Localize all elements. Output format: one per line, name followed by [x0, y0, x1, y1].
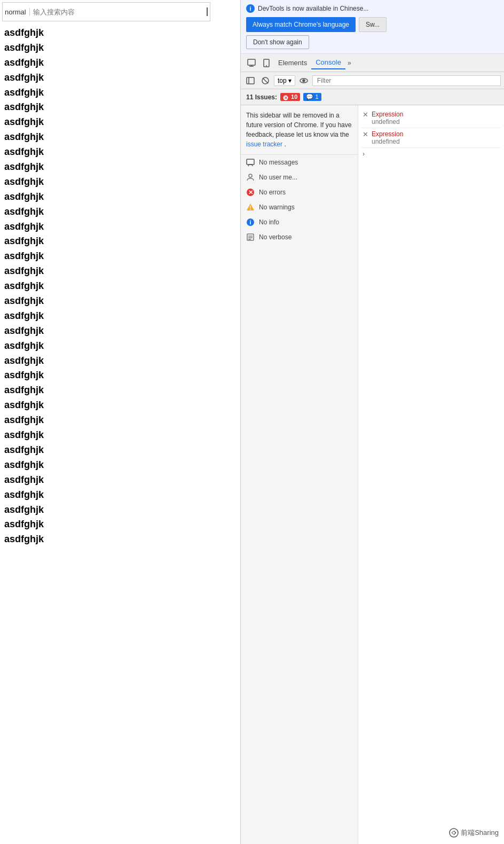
- list-item: asdfghjk: [4, 443, 236, 458]
- list-item: asdfghjk: [4, 458, 236, 473]
- list-item: asdfghjk: [4, 279, 236, 294]
- user-icon: [246, 173, 255, 182]
- sidebar-notice-text: This sidebar will be removed in a future…: [246, 112, 351, 138]
- list-item: asdfghjk: [4, 368, 236, 383]
- error-icon: ✕: [246, 188, 255, 197]
- top-selector[interactable]: top ▾: [274, 75, 295, 86]
- svg-text:i: i: [249, 219, 251, 225]
- list-item: asdfghjk: [4, 428, 236, 443]
- info-icon: i: [246, 218, 255, 226]
- list-item: asdfghjk: [4, 56, 236, 71]
- list-item: asdfghjk: [4, 41, 236, 56]
- switch-button[interactable]: Sw...: [359, 17, 387, 32]
- console-main: This sidebar will be removed in a future…: [241, 105, 504, 844]
- expression-expand-button[interactable]: ›: [361, 148, 501, 160]
- list-item: asdfghjk: [4, 145, 236, 160]
- match-language-button[interactable]: Always match Chrome's language: [246, 17, 356, 32]
- issues-label: 11 Issues:: [246, 93, 277, 101]
- left-panel: normal asdfghjkasdfghjkasdfghjkasdfghjka…: [0, 0, 240, 844]
- list-item: asdfghjk: [4, 354, 236, 369]
- notification-actions: Always match Chrome's language Sw...: [246, 17, 499, 32]
- normal-label: normal: [5, 8, 30, 16]
- list-item: asdfghjk: [4, 160, 236, 175]
- sidebar-items-list: No messagesNo user me...✕No errors!No wa…: [241, 155, 358, 844]
- error-badge[interactable]: ✕ 10: [280, 93, 300, 100]
- verbose-icon: [246, 233, 255, 241]
- svg-point-14: [249, 174, 252, 177]
- expression-row: ✕ Expression undefined: [361, 128, 501, 148]
- message-icon: 💬: [306, 93, 313, 100]
- eye-icon-button[interactable]: [297, 74, 310, 87]
- svg-text:✕: ✕: [284, 96, 288, 100]
- sidebar-item-messages[interactable]: No messages: [241, 155, 358, 170]
- issue-tracker-link[interactable]: issue tracker: [246, 140, 282, 148]
- sidebar-item-label: No user me...: [259, 174, 297, 181]
- more-tabs[interactable]: »: [345, 57, 353, 69]
- expression-close-button[interactable]: ✕: [363, 130, 368, 138]
- search-bar: normal: [2, 2, 210, 21]
- expression-value: undefined: [372, 118, 403, 126]
- notification-row: i DevTools is now available in Chinese..…: [246, 4, 499, 13]
- sidebar-notice: This sidebar will be removed in a future…: [241, 105, 358, 155]
- cursor-indicator: [207, 7, 208, 16]
- list-item: asdfghjk: [4, 115, 236, 130]
- sidebar-item-error[interactable]: ✕No errors: [241, 185, 358, 200]
- list-item: asdfghjk: [4, 294, 236, 309]
- device-icon-button[interactable]: [259, 56, 274, 71]
- top-label: top: [278, 77, 287, 84]
- expression-content: Expression undefined: [372, 130, 403, 145]
- filter-input[interactable]: [312, 75, 501, 86]
- console-toolbar: top ▾: [241, 72, 504, 89]
- list-item: asdfghjk: [4, 309, 236, 324]
- error-count: 10: [291, 93, 297, 100]
- list-item: asdfghjk: [4, 234, 236, 249]
- sidebar-toggle-button[interactable]: [244, 74, 257, 87]
- sidebar-item-label: No errors: [259, 189, 286, 196]
- list-item: asdfghjk: [4, 71, 236, 85]
- sidebar-item-info[interactable]: iNo info: [241, 215, 358, 230]
- expression-name: Expression: [372, 130, 403, 138]
- list-item: asdfghjk: [4, 190, 236, 205]
- sidebar-item-label: No warnings: [259, 204, 295, 211]
- list-item: asdfghjk: [4, 324, 236, 339]
- expression-name: Expression: [372, 111, 403, 118]
- messages-icon: [246, 158, 255, 167]
- expressions-panel: ✕ Expression undefined ✕ Expression unde…: [358, 105, 504, 844]
- expression-close-button[interactable]: ✕: [363, 111, 368, 119]
- list-item: asdfghjk: [4, 503, 236, 518]
- list-item: asdfghjk: [4, 532, 236, 547]
- info-count: 1: [315, 93, 318, 100]
- sidebar-item-label: No info: [259, 218, 279, 226]
- info-badge[interactable]: 💬 1: [303, 93, 321, 101]
- tab-console[interactable]: Console: [311, 56, 345, 69]
- dont-show-button[interactable]: Don't show again: [246, 35, 309, 49]
- svg-point-10: [303, 80, 305, 82]
- list-item: asdfghjk: [4, 264, 236, 279]
- list-item: asdfghjk: [4, 339, 236, 354]
- search-input[interactable]: [33, 8, 206, 16]
- watermark: 前端Sharing: [449, 828, 499, 838]
- sidebar-item-label: No messages: [259, 159, 298, 166]
- list-item: asdfghjk: [4, 488, 236, 503]
- block-icon-button[interactable]: [259, 74, 272, 87]
- devtools-tabs: Elements Console »: [241, 54, 504, 72]
- svg-text:✕: ✕: [248, 189, 253, 196]
- list-item: asdfghjk: [4, 473, 236, 488]
- list-item: asdfghjk: [4, 130, 236, 145]
- list-item: asdfghjk: [4, 220, 236, 235]
- issues-bar: 11 Issues: ✕ 10 💬 1: [241, 89, 504, 105]
- expression-content: Expression undefined: [372, 111, 403, 126]
- expression-value: undefined: [372, 138, 403, 145]
- svg-line-8: [263, 78, 268, 83]
- inspect-icon-button[interactable]: [244, 56, 259, 71]
- tab-elements[interactable]: Elements: [274, 57, 311, 69]
- list-item: asdfghjk: [4, 175, 236, 190]
- svg-rect-0: [248, 59, 255, 65]
- info-icon: i: [246, 4, 255, 13]
- chevron-down-icon: ▾: [288, 77, 292, 84]
- notification-banner: i DevTools is now available in Chinese..…: [241, 0, 504, 54]
- console-sidebar: This sidebar will be removed in a future…: [241, 105, 358, 844]
- sidebar-item-verbose[interactable]: No verbose: [241, 230, 358, 245]
- sidebar-item-user[interactable]: No user me...: [241, 170, 358, 185]
- sidebar-item-warning[interactable]: !No warnings: [241, 200, 358, 215]
